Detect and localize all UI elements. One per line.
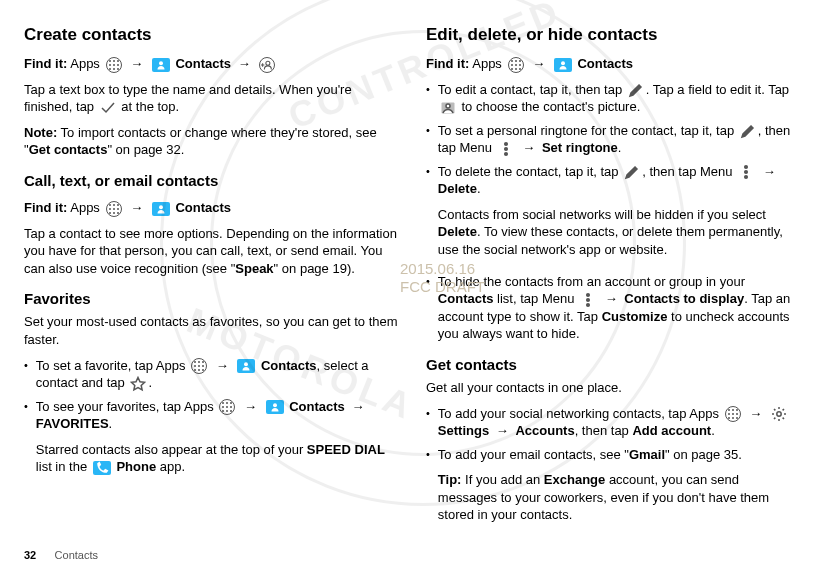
find-it-call: Find it: Apps → Contacts bbox=[24, 199, 398, 217]
find-it-create: Find it: Apps → Contacts → bbox=[24, 55, 398, 73]
arrow-icon: → bbox=[602, 290, 621, 308]
speed-dial-note: Starred contacts also appear at the top … bbox=[36, 441, 398, 476]
arrow-icon: → bbox=[127, 55, 146, 73]
arrow-icon: → bbox=[213, 357, 232, 375]
arrow-icon: → bbox=[746, 405, 765, 423]
left-column: Create contacts Find it: Apps → Contacts… bbox=[24, 20, 398, 538]
svg-point-0 bbox=[159, 61, 163, 65]
apps-icon bbox=[508, 57, 524, 73]
pencil-icon bbox=[624, 164, 640, 180]
pencil-icon bbox=[740, 123, 756, 139]
bullet-add-social: • To add your social networking contacts… bbox=[426, 405, 800, 440]
phone-icon bbox=[93, 461, 111, 475]
contacts-icon bbox=[237, 359, 255, 373]
bullet-ringtone: • To set a personal ringtone for the con… bbox=[426, 122, 800, 157]
contacts-icon bbox=[152, 58, 170, 72]
delete-social-note: Contacts from social networks will be hi… bbox=[438, 206, 800, 259]
import-note: Note: To import contacts or change where… bbox=[24, 124, 398, 159]
check-icon bbox=[100, 100, 116, 116]
exchange-tip: Tip: If you add an Exchange account, you… bbox=[438, 471, 800, 524]
section-name: Contacts bbox=[55, 549, 98, 561]
get-contacts-para: Get all your contacts in one place. bbox=[426, 379, 800, 397]
bullet-see-favorites: • To see your favorites, tap Apps → Cont… bbox=[24, 398, 398, 484]
heading-call-text-email: Call, text, or email contacts bbox=[24, 171, 398, 191]
picture-icon bbox=[440, 100, 456, 116]
svg-point-8 bbox=[504, 142, 507, 145]
arrow-icon: → bbox=[348, 398, 367, 416]
contacts-icon bbox=[266, 400, 284, 414]
arrow-icon: → bbox=[529, 55, 548, 73]
heading-edit-delete-hide: Edit, delete, or hide contacts bbox=[426, 24, 800, 47]
svg-point-3 bbox=[244, 362, 248, 366]
apps-icon bbox=[106, 201, 122, 217]
add-person-icon bbox=[259, 57, 275, 73]
page-number: 32 bbox=[24, 549, 36, 561]
page-footer: 32 Contacts bbox=[24, 548, 98, 563]
heading-get-contacts: Get contacts bbox=[426, 355, 800, 375]
arrow-icon: → bbox=[760, 163, 779, 181]
arrow-icon: → bbox=[241, 398, 260, 416]
more-icon bbox=[738, 164, 754, 180]
svg-point-9 bbox=[504, 147, 507, 150]
arrow-icon: → bbox=[519, 139, 538, 157]
apps-icon bbox=[725, 406, 741, 422]
bullet-edit-contact: • To edit a contact, tap it, then tap . … bbox=[426, 81, 800, 116]
star-icon bbox=[130, 376, 146, 392]
more-icon bbox=[580, 292, 596, 308]
svg-point-5 bbox=[561, 61, 565, 65]
svg-point-4 bbox=[273, 403, 277, 407]
svg-point-16 bbox=[587, 303, 590, 306]
contacts-icon bbox=[554, 58, 572, 72]
arrow-icon: → bbox=[235, 55, 254, 73]
bullet-add-email: • To add your email contacts, see "Gmail… bbox=[426, 446, 800, 532]
create-para: Tap a text box to type the name and deta… bbox=[24, 81, 398, 116]
svg-point-13 bbox=[745, 176, 748, 179]
contacts-icon bbox=[152, 202, 170, 216]
apps-icon bbox=[191, 358, 207, 374]
bullet-hide: • To hide the contacts from an account o… bbox=[426, 273, 800, 343]
more-icon bbox=[498, 141, 514, 157]
pencil-icon bbox=[628, 82, 644, 98]
heading-create-contacts: Create contacts bbox=[24, 24, 398, 47]
heading-favorites: Favorites bbox=[24, 289, 398, 309]
gear-icon bbox=[771, 406, 787, 422]
svg-point-1 bbox=[266, 61, 270, 65]
svg-point-11 bbox=[745, 166, 748, 169]
find-it-edit: Find it: Apps → Contacts bbox=[426, 55, 800, 73]
svg-point-7 bbox=[446, 104, 450, 108]
call-para: Tap a contact to see more options. Depen… bbox=[24, 225, 398, 278]
svg-point-15 bbox=[587, 298, 590, 301]
svg-point-12 bbox=[745, 171, 748, 174]
svg-point-17 bbox=[777, 412, 781, 416]
right-column: Edit, delete, or hide contacts Find it: … bbox=[426, 20, 800, 538]
apps-icon bbox=[106, 57, 122, 73]
bullet-delete: • To delete the contact, tap it, tap , t… bbox=[426, 163, 800, 267]
svg-point-2 bbox=[159, 205, 163, 209]
svg-point-10 bbox=[504, 152, 507, 155]
apps-icon bbox=[219, 399, 235, 415]
arrow-icon: → bbox=[493, 422, 512, 440]
arrow-icon: → bbox=[127, 199, 146, 217]
svg-point-14 bbox=[587, 293, 590, 296]
favorites-para: Set your most-used contacts as favorites… bbox=[24, 313, 398, 348]
bullet-set-favorite: • To set a favorite, tap Apps → Contacts… bbox=[24, 357, 398, 392]
